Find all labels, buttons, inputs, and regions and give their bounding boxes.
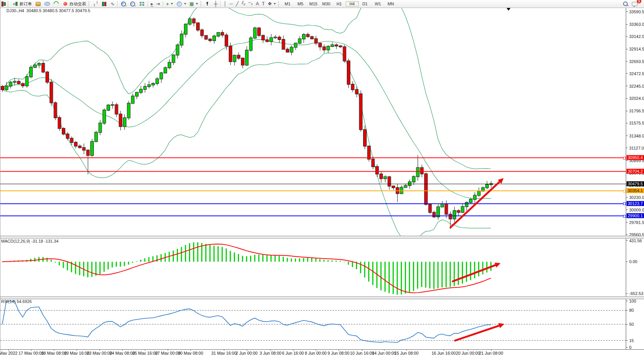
time-axis-tick: [444, 350, 444, 351]
rsi-axis-label: 50: [629, 322, 634, 327]
cloud-icon: [44, 1, 50, 7]
macd-indicator-label: MACD(12,26,9) -31.18 -131.34: [1, 239, 58, 243]
chevron-down-icon: [274, 3, 276, 5]
time-axis-label: 19 May 16:00: [64, 351, 90, 355]
price-chart-canvas[interactable]: [0, 0, 644, 355]
zoom-out-button[interactable]: −: [128, 0, 137, 7]
rsi-axis-tick: [626, 301, 628, 301]
zoom-in-icon: +: [121, 1, 127, 7]
bar-chart-button[interactable]: ╷╵: [91, 0, 100, 7]
macd-axis-label: 0.00: [629, 259, 637, 264]
price-axis-label: 32024.0: [629, 96, 644, 101]
profiles-icon: [35, 1, 41, 7]
price-axis-label: 31127.0: [629, 146, 644, 150]
chevron-down-icon: [196, 3, 198, 5]
timeframe-mn-button[interactable]: MN: [384, 1, 397, 6]
price-level-badge[interactable]: 30704.2: [627, 169, 644, 174]
price-level-badge[interactable]: 29900.1: [627, 213, 644, 218]
rsi-axis-label: 80: [629, 308, 634, 312]
rsi-axis-tick: [626, 340, 628, 341]
price-axis-tick: [626, 136, 628, 136]
auto-scroll-button[interactable]: ▸̲: [150, 0, 155, 7]
time-axis-label: 9 Jun 08:00: [328, 351, 350, 355]
arrows-tool-button[interactable]: ✥: [266, 0, 277, 7]
fibonacci-button[interactable]: ┄F: [247, 0, 255, 7]
price-level-badge[interactable]: 30123.7: [627, 201, 644, 206]
text-tool-label: A: [256, 1, 259, 6]
symbol-period-label: DJ30-,H4: [6, 8, 24, 13]
time-axis-tick: [247, 350, 247, 351]
time-axis-tick: [362, 350, 362, 351]
price-axis-label: 31575.5: [629, 121, 644, 125]
macd-panel-splitter[interactable]: [0, 236, 644, 238]
timeframe-m30-button[interactable]: M30: [320, 1, 333, 6]
timeframe-w1-button[interactable]: W1: [372, 1, 384, 6]
level-drag-handle[interactable]: [623, 215, 626, 218]
periods-button[interactable]: [175, 0, 188, 7]
price-axis-tick: [626, 86, 628, 86]
time-axis-label: May 2022: [0, 351, 17, 355]
new-order-button[interactable]: + 新订单: [11, 0, 33, 7]
time-axis-tick: [31, 350, 31, 351]
signals-button[interactable]: [52, 0, 61, 7]
time-axis-tick: [77, 350, 77, 351]
rsi-panel-splitter[interactable]: [0, 297, 644, 299]
cursor-button[interactable]: [203, 0, 213, 7]
crosshair-button[interactable]: ┼: [213, 0, 219, 7]
new-order-label: 新订单: [19, 1, 32, 7]
level-drag-handle[interactable]: [623, 190, 626, 192]
candlestick-chart-button[interactable]: [100, 0, 109, 7]
trendline-button[interactable]: ╱: [234, 0, 240, 7]
chart-shift-button[interactable]: ⇥: [155, 0, 162, 7]
scroll-end-marker-icon[interactable]: [507, 8, 510, 11]
timeframe-m15-button[interactable]: M15: [307, 1, 320, 6]
channel-button[interactable]: ⫽E: [240, 0, 247, 7]
price-level-badge[interactable]: 30354.1: [627, 188, 644, 193]
text-tool-button[interactable]: A: [254, 0, 260, 7]
vertical-line-button[interactable]: │: [222, 0, 228, 7]
timeframe-d1-button[interactable]: D1: [359, 1, 372, 6]
toolbar-drag-handle[interactable]: [8, 1, 10, 6]
level-drag-handle[interactable]: [623, 202, 626, 205]
time-axis-label: 6 Jun 16:00: [282, 351, 304, 355]
level-drag-handle[interactable]: [623, 157, 626, 159]
profiles-button[interactable]: [33, 0, 43, 7]
zoom-in-button[interactable]: +: [119, 0, 128, 7]
search-button[interactable]: [621, 0, 630, 7]
time-axis-label: 16 Jun 16:00: [431, 351, 456, 355]
notifications-button[interactable]: 1: [630, 0, 639, 7]
horizontal-line-button[interactable]: ─: [228, 0, 235, 7]
line-chart-button[interactable]: ∿: [109, 0, 116, 7]
price-axis-tick: [626, 61, 628, 62]
rsi-axis-tick: [626, 347, 628, 348]
price-level-badge[interactable]: 30950.4: [627, 155, 644, 160]
price-axis-label: 32693.5: [629, 59, 644, 64]
signal-icon: [53, 1, 59, 7]
toolbar-drag-handle[interactable]: [88, 1, 91, 6]
label-tool-button[interactable]: T: [260, 0, 266, 7]
timeframe-m5-button[interactable]: M5: [294, 1, 307, 6]
time-axis[interactable]: May 202217 May 00:0018 May 08:0019 May 1…: [0, 349, 644, 355]
timeframe-m1-button[interactable]: M1: [281, 1, 294, 6]
rsi-axis-label: 15: [629, 338, 634, 343]
price-level-badge[interactable]: 30479.5: [627, 181, 644, 186]
price-axis-label: 33142.0: [629, 34, 644, 39]
price-axis-tick: [626, 234, 628, 235]
search-icon: [622, 1, 628, 7]
market-watch-button[interactable]: [43, 0, 52, 7]
timeframe-h1-button[interactable]: H1: [333, 1, 346, 6]
time-axis-tick: [8, 350, 9, 351]
timeframe-h4-button[interactable]: H4: [346, 1, 359, 6]
chevron-down-icon: [184, 3, 186, 5]
templates-button[interactable]: ▦: [188, 0, 199, 7]
price-axis-label: 31348.0: [629, 134, 644, 138]
toolbar-drag-handle[interactable]: [200, 1, 203, 6]
auto-trading-button[interactable]: 自动交易: [61, 0, 88, 7]
price-axis-tick: [626, 210, 628, 210]
toolbar-drag-handle[interactable]: [278, 1, 280, 6]
price-axis-tick: [626, 197, 628, 198]
price-axis-tick: [626, 49, 628, 49]
indicators-button[interactable]: +: [165, 0, 175, 7]
price-axis-tick: [626, 11, 628, 12]
tile-windows-button[interactable]: [137, 0, 146, 7]
